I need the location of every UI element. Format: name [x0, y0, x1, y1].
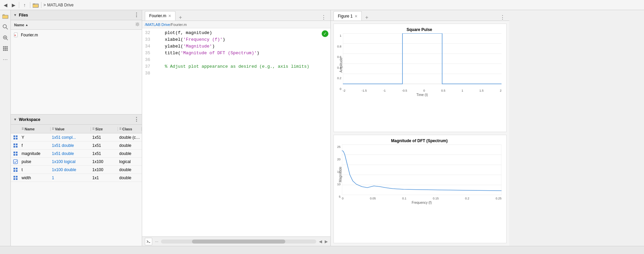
files-toggle[interactable]: ▼	[13, 13, 17, 17]
line-code: title('Magnitude of DFT (Spectrum)')	[154, 50, 330, 57]
chart2-ylabel: Magnitude	[339, 167, 342, 183]
ws-row-size: 1x51	[91, 143, 118, 148]
scroll-left[interactable]: ◀	[319, 239, 322, 244]
ws-row-value: 1x100 logical	[51, 159, 91, 164]
line-code: % Adjust plot appearance as desired (e.g…	[154, 63, 330, 70]
svg-rect-11	[6, 46, 8, 47]
file-name: Fourier.m	[21, 33, 38, 37]
chart1-ytick-08: 0.8	[337, 45, 342, 48]
figure-tab-close[interactable]: ×	[355, 13, 357, 19]
ws-col-size[interactable]: ⠿ Size	[91, 127, 118, 131]
chart2-xlabel: Frequency (f)	[342, 201, 502, 204]
svg-text:m: m	[14, 34, 16, 37]
figure-tab-menu[interactable]: ⋮	[498, 14, 507, 21]
code-line: 36	[142, 57, 330, 63]
editor-hscroll-thumb	[192, 240, 285, 244]
editor-tab-menu[interactable]: ⋮	[320, 14, 328, 21]
svg-rect-40	[13, 178, 15, 180]
more-icon[interactable]: ···	[1, 55, 10, 64]
files-toolbar: Name ▲	[11, 20, 142, 30]
chart1-xtick--2: -2	[343, 89, 346, 92]
command-window-icon[interactable]	[145, 238, 152, 245]
editor-tab-fourier[interactable]: Fourier.m ×	[145, 11, 175, 21]
figure-panel: Figure 1 × + ⋮ Square Pulse 1 0.8 0.6 0.…	[331, 10, 509, 246]
ws-row[interactable]: width11x1double	[11, 174, 142, 182]
ws-row[interactable]: magnitude1x51 double1x51double	[11, 150, 142, 158]
svg-rect-36	[13, 170, 15, 172]
svg-rect-39	[16, 176, 18, 178]
editor-tab-add[interactable]: +	[176, 14, 185, 21]
ws-row[interactable]: t1x100 double1x100double	[11, 166, 142, 174]
path-matlab-drive[interactable]: /MATLAB Drive	[145, 23, 170, 27]
chart1-xlabel: Time (t)	[343, 93, 502, 97]
home-folder-icon[interactable]	[32, 2, 39, 8]
scroll-right[interactable]: ▶	[325, 239, 328, 244]
svg-rect-1	[33, 4, 38, 7]
line-code: xlabel('Frequency (f)')	[154, 36, 330, 43]
svg-rect-32	[16, 154, 18, 156]
svg-rect-28	[16, 146, 18, 148]
svg-rect-24	[16, 138, 18, 139]
workspace-header: ▼ Workspace ⋮	[11, 115, 142, 125]
files-settings-icon[interactable]	[135, 22, 140, 28]
zoom-icon[interactable]	[1, 33, 10, 42]
ellipsis-label: ···	[155, 239, 158, 244]
toolbar-separator3	[41, 2, 41, 8]
chart1-xtick--15: -1.5	[362, 89, 367, 92]
ws-col-class[interactable]: ⠿ Class	[118, 127, 142, 131]
search-icon[interactable]	[1, 22, 10, 32]
chart2-ytick-10: 10	[337, 183, 341, 186]
run-indicator: ✓	[322, 30, 328, 37]
chart2-xaxis-labels: 0 0.05 0.1 0.15 0.2 0.25	[342, 197, 502, 200]
chart1-ytick-0: 0	[340, 87, 342, 91]
ws-row-icon	[11, 143, 20, 148]
ws-row-icon	[11, 167, 20, 172]
ws-col-name[interactable]: ⠿ Name	[20, 127, 51, 131]
ws-row-name: t	[20, 167, 51, 172]
ws-row-value: 1	[51, 176, 91, 180]
svg-rect-35	[16, 168, 18, 169]
ws-row-icon	[11, 135, 20, 140]
files-menu[interactable]: ⋮	[134, 12, 139, 18]
chart2-svg	[342, 145, 502, 195]
ws-col-value[interactable]: ⠿ Value	[51, 127, 91, 131]
breadcrumb: > MATLAB Drive	[43, 3, 73, 7]
ws-row[interactable]: pulse1x100 logical1x100logical	[11, 158, 142, 166]
editor-content[interactable]: ✓ 32 plot(f, magnitude)33 xlabel('Freque…	[142, 28, 330, 236]
path-filename: Fourier.m	[171, 23, 187, 27]
editor-hscroll[interactable]	[161, 240, 316, 244]
workspace-menu[interactable]: ⋮	[134, 116, 139, 123]
chart2-ytick-5: 5	[339, 195, 341, 198]
ws-row-class: double	[118, 143, 142, 148]
grid-icon	[13, 151, 18, 156]
files-name-col[interactable]: Name ▲	[13, 22, 30, 28]
svg-rect-23	[13, 138, 15, 139]
chart1-xtick-1: 1	[461, 89, 463, 92]
chart1-svg	[343, 33, 502, 87]
ws-row-class: double	[118, 167, 142, 172]
svg-rect-10	[5, 46, 6, 47]
line-number: 38	[142, 70, 154, 77]
figure-content: Square Pulse 1 0.8 0.6 0.4 0.2 0 Amplitu…	[331, 21, 509, 246]
ws-row-name: magnitude	[20, 151, 51, 156]
editor-path: /MATLAB Drive / Fourier.m	[142, 21, 330, 28]
list-item[interactable]: m Fourier.m	[11, 31, 142, 39]
svg-rect-2	[2, 15, 8, 19]
up-button[interactable]: ↑	[21, 2, 28, 8]
files-section: ▼ Files ⋮ Name ▲ m	[11, 10, 142, 115]
ws-row[interactable]: Y1x51 compl...1x51double (com...	[11, 133, 142, 141]
folder-icon[interactable]	[1, 11, 10, 21]
figure-tab-1[interactable]: Figure 1 ×	[333, 11, 362, 21]
line-code: plot(f, magnitude)	[154, 30, 330, 36]
grid3-icon[interactable]	[1, 44, 10, 53]
chart2-title: Magnitude of DFT (Spectrum)	[337, 138, 502, 143]
figure-tab-add[interactable]: +	[362, 14, 371, 21]
ws-row-size: 1x51	[91, 151, 118, 156]
ws-row[interactable]: f1x51 double1x51double	[11, 141, 142, 150]
editor-tab-close[interactable]: ×	[168, 13, 171, 19]
back-button[interactable]: ◀	[2, 2, 9, 8]
ws-row-size: 1x1	[91, 176, 118, 180]
ws-row-value: 1x51 compl...	[51, 135, 91, 140]
workspace-toggle[interactable]: ▼	[13, 118, 17, 121]
forward-button[interactable]: ▶	[10, 2, 17, 8]
